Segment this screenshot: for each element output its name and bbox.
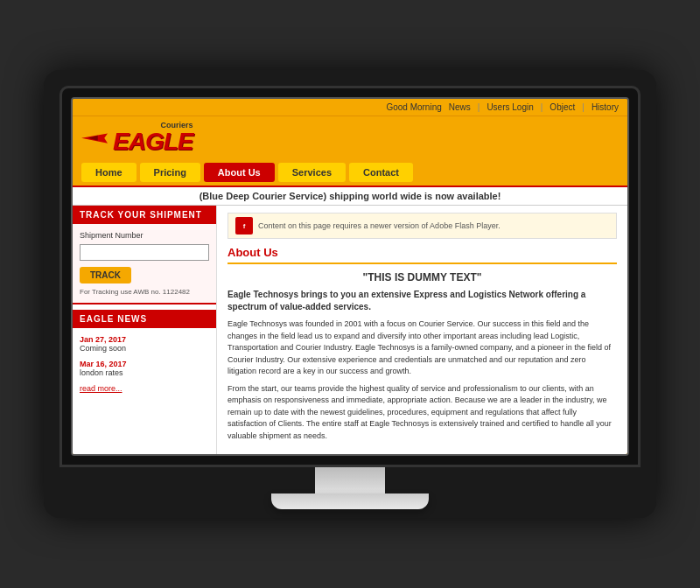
- track-hint-text: For Tracking use AWB no. 1122482: [80, 288, 209, 296]
- plane-icon: [81, 130, 108, 147]
- logo-area: Couriers EAGLE: [81, 122, 192, 154]
- monitor-bezel: Good Morning News | Users Login | Object…: [60, 86, 640, 467]
- shipment-number-input[interactable]: [80, 244, 209, 261]
- read-more-link[interactable]: read more...: [80, 384, 209, 393]
- flash-icon: f: [235, 217, 253, 234]
- greeting-text: Good Morning: [386, 102, 441, 112]
- track-header: TRACK YOUR SHIPMENT: [73, 206, 216, 224]
- separator-1: |: [478, 102, 480, 112]
- news-date-1: Jan 27, 2017: [80, 335, 209, 344]
- list-item: Mar 16, 2017 london rates: [80, 360, 209, 377]
- news-text-2: london rates: [80, 368, 209, 377]
- track-section: Shipment Number TRACK For Tracking use A…: [73, 224, 216, 304]
- nav-object-link[interactable]: Object: [550, 102, 575, 112]
- monitor: Good Morning News | Users Login | Object…: [44, 70, 656, 518]
- nav-about-btn[interactable]: About Us: [204, 163, 275, 182]
- intro-paragraph: Eagle Technosys brings to you an extensi…: [228, 289, 617, 313]
- body-paragraph-1: Eagle Technosys was founded in 2001 with…: [228, 318, 617, 378]
- site-header: Couriers EAGLE: [73, 116, 627, 159]
- eagle-logo: EAGLE: [113, 130, 192, 154]
- banner-text: (Blue Deep Courier Service) shipping wor…: [200, 191, 501, 201]
- news-date-2: Mar 16, 2017: [80, 360, 209, 368]
- separator-3: |: [582, 102, 584, 112]
- nav-pricing-btn[interactable]: Pricing: [140, 163, 200, 182]
- nav-history-link[interactable]: History: [592, 102, 619, 112]
- content-area: TRACK YOUR SHIPMENT Shipment Number TRAC…: [73, 206, 627, 454]
- news-text-1: Coming soon: [80, 344, 209, 353]
- nav-news-link[interactable]: News: [449, 102, 471, 112]
- flash-notice: f Content on this page requires a newer …: [228, 213, 617, 239]
- about-us-title: About Us: [228, 246, 617, 264]
- dummy-heading: "THIS IS DUMMY TEXT": [228, 271, 617, 284]
- screen: Good Morning News | Users Login | Object…: [71, 97, 629, 456]
- main-content: f Content on this page requires a newer …: [217, 206, 627, 454]
- monitor-neck: [315, 467, 385, 494]
- flash-notice-text: Content on this page requires a newer ve…: [258, 221, 500, 230]
- news-section: Jan 27, 2017 Coming soon Mar 16, 2017 lo…: [73, 328, 216, 400]
- sidebar: TRACK YOUR SHIPMENT Shipment Number TRAC…: [73, 206, 217, 454]
- flash-icon-letter: f: [243, 222, 246, 230]
- nav-home-btn[interactable]: Home: [81, 163, 136, 182]
- list-item: Jan 27, 2017 Coming soon: [80, 335, 209, 353]
- top-navigation: Good Morning News | Users Login | Object…: [73, 99, 627, 116]
- separator-2: |: [541, 102, 543, 112]
- news-header: EAGLE NEWS: [73, 310, 216, 328]
- body-paragraph-2: From the start, our teams provide the hi…: [228, 383, 617, 443]
- nav-services-btn[interactable]: Services: [278, 163, 346, 182]
- logo-text-group: Couriers EAGLE: [113, 122, 192, 154]
- shipment-number-label: Shipment Number: [80, 231, 209, 240]
- monitor-base: [271, 494, 429, 509]
- track-button[interactable]: TRACK: [80, 267, 131, 284]
- promo-banner: (Blue Deep Courier Service) shipping wor…: [73, 186, 627, 206]
- nav-contact-btn[interactable]: Contact: [349, 163, 413, 182]
- main-navigation: Home Pricing About Us Services Contact: [73, 159, 627, 186]
- nav-users-login-link[interactable]: Users Login: [486, 102, 533, 112]
